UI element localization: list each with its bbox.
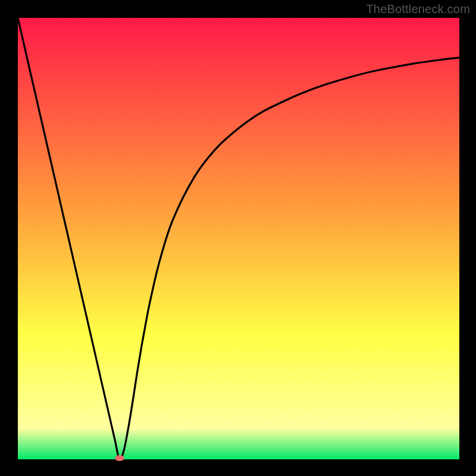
bottleneck-curve	[18, 18, 459, 459]
plot-area	[18, 18, 459, 459]
minimum-marker	[115, 455, 124, 461]
chart-frame: TheBottleneck.com	[0, 0, 476, 476]
watermark-text: TheBottleneck.com	[366, 2, 470, 16]
